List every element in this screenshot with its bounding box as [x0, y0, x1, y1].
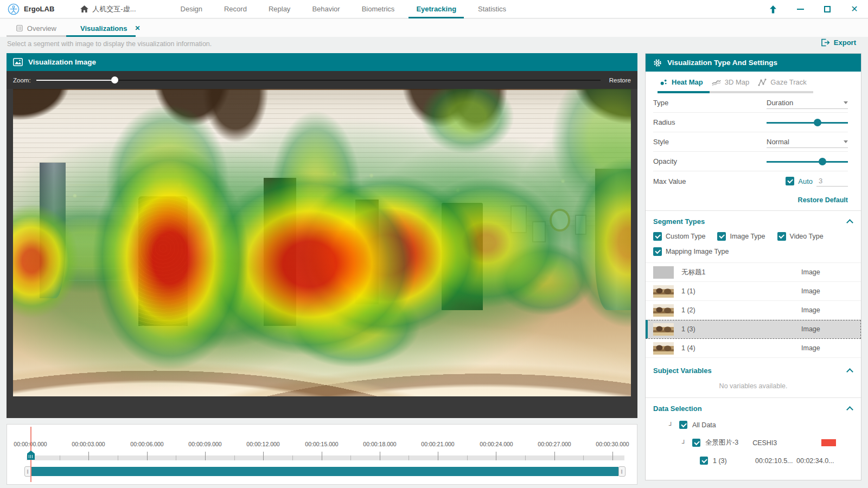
segment-types-title: Segment Types	[653, 217, 705, 226]
settings-header: Visualization Type And Settings	[646, 54, 861, 72]
tab-3d-map[interactable]: 3D Map	[710, 78, 756, 93]
data-selection-section[interactable]: Data Selection	[653, 404, 852, 413]
timeline-ruler[interactable]	[27, 452, 624, 460]
timeline-tick-label: 00:00:30.000	[596, 441, 629, 447]
tab-overview-label: Overview	[27, 24, 56, 33]
publish-button[interactable]	[760, 0, 787, 18]
menu-item-design[interactable]: Design	[170, 0, 213, 18]
all-data-checkbox[interactable]	[679, 421, 687, 429]
mapping-image-type-label: Mapping Image Type	[666, 248, 729, 255]
restore-default-button[interactable]: Restore Default	[798, 196, 848, 204]
timeline-range-scrollbar[interactable]: ∥ ∥	[24, 467, 626, 476]
segment-thumbnail	[653, 304, 674, 317]
maximize-button[interactable]	[814, 0, 841, 18]
menu-item-behavior[interactable]: Behavior	[301, 0, 350, 18]
radius-slider-thumb[interactable]	[814, 119, 821, 126]
timeline-tick-label: 00:00:27.000	[538, 441, 571, 447]
close-button[interactable]: ✕	[841, 0, 868, 18]
data-selection-tree: ┘ All Data ┘ 全景图片-3 CESHI3 1 (3) 00:02:1…	[646, 416, 861, 470]
export-button[interactable]: Export	[821, 38, 856, 47]
group-checkbox[interactable]	[692, 439, 700, 447]
segment-row-selected[interactable]: 1 (3) Image	[646, 320, 861, 339]
segment-types-section[interactable]: Segment Types	[653, 217, 852, 226]
leaf-end-time: 00:02:34.0...	[796, 457, 838, 465]
segment-row[interactable]: 1 (1) Image	[646, 282, 861, 301]
restore-zoom-button[interactable]: Restore	[609, 77, 631, 84]
leaf-label: 1 (3)	[713, 457, 755, 465]
zoom-slider[interactable]	[36, 76, 601, 84]
zoom-slider-track-filled	[36, 80, 116, 81]
opacity-slider[interactable]	[767, 157, 848, 166]
tab-overview[interactable]: Overview	[7, 20, 66, 37]
upload-arrow-icon	[769, 5, 777, 14]
auto-label: Auto	[798, 177, 813, 185]
menu-item-statistics[interactable]: Statistics	[467, 0, 517, 18]
chevron-up-icon[interactable]	[846, 406, 853, 413]
filter-image-type[interactable]: Image Type	[717, 232, 765, 241]
tab-heat-map[interactable]: Heat Map	[658, 78, 710, 93]
minimize-button[interactable]	[787, 0, 814, 18]
heat-map-icon	[660, 78, 668, 86]
chevron-up-icon[interactable]	[846, 219, 853, 226]
timeline-panel: 00:00:00.000 00:00:03.000 00:00:06.000 0…	[7, 424, 637, 485]
tab-gaze-track[interactable]: Gaze Track	[756, 78, 813, 93]
video-type-checkbox[interactable]	[777, 232, 786, 241]
filter-custom-type[interactable]: Custom Type	[653, 232, 705, 241]
timeline-tick-label: 00:00:15.000	[305, 441, 338, 447]
tab-close-icon[interactable]: ✕	[135, 24, 140, 32]
auto-checkbox[interactable]	[786, 177, 794, 185]
segment-row[interactable]: 1 (2) Image	[646, 301, 861, 320]
visualization-image-panel: Visualization Image Zoom: Restore	[7, 53, 637, 418]
project-tab[interactable]: 人机交互-虚...	[80, 4, 136, 14]
tree-expander-icon[interactable]: ┘	[667, 422, 675, 428]
segment-thumbnail	[653, 342, 674, 355]
tab-visualizations[interactable]: Visualizations ✕	[66, 20, 136, 37]
zoom-slider-thumb[interactable]	[111, 76, 118, 84]
style-dropdown[interactable]: Normal	[767, 136, 848, 148]
tab-visualizations-label: Visualizations	[80, 24, 127, 33]
field-radius: Radius	[653, 113, 848, 132]
filter-video-type[interactable]: Video Type	[777, 232, 824, 241]
tree-expander-icon[interactable]: ┘	[680, 440, 688, 446]
segment-row[interactable]: 无标题1 Image	[646, 263, 861, 282]
field-max-value: Max Value Auto 3	[653, 171, 848, 191]
type-dropdown[interactable]: Duration	[767, 97, 848, 109]
menu-item-record[interactable]: Record	[213, 0, 258, 18]
custom-type-checkbox[interactable]	[653, 232, 662, 241]
segment-type-filters-row1: Custom Type Image Type Video Type	[653, 232, 853, 241]
mapping-image-type-checkbox[interactable]	[653, 247, 662, 256]
segment-row[interactable]: 1 (4) Image	[646, 339, 861, 358]
panel-title: Visualization Image	[28, 58, 96, 66]
radius-slider[interactable]	[767, 118, 848, 127]
image-type-checkbox[interactable]	[717, 232, 726, 241]
gear-icon	[653, 59, 662, 67]
range-handle-right[interactable]: ∥	[618, 466, 626, 477]
max-value-input[interactable]: 3	[816, 176, 848, 187]
tree-row-group[interactable]: ┘ 全景图片-3 CESHI3	[646, 434, 861, 452]
type-label: Type	[653, 99, 668, 107]
data-selection-title: Data Selection	[653, 404, 702, 413]
panorama-heatmap-image[interactable]	[13, 89, 631, 396]
subject-variables-section[interactable]: Subject Variables	[653, 367, 852, 375]
tab-gaze-track-label: Gaze Track	[770, 78, 806, 86]
tree-row-all-data[interactable]: ┘ All Data	[646, 416, 861, 434]
menu-item-biometrics[interactable]: Biometrics	[351, 0, 406, 18]
viz-type-tabs: Heat Map 3D Map Gaze Track	[646, 72, 861, 93]
tree-row-leaf[interactable]: 1 (3) 00:02:10.5... 00:02:34.0...	[646, 452, 861, 470]
filter-mapping-image-type[interactable]: Mapping Image Type	[653, 247, 729, 256]
opacity-label: Opacity	[653, 157, 677, 165]
group-color-swatch[interactable]	[821, 439, 836, 446]
visualization-image-header: Visualization Image	[7, 53, 637, 71]
hint-text: Select a segment with image to display t…	[7, 40, 212, 48]
field-type: Type Duration	[653, 93, 848, 113]
settings-title: Visualization Type And Settings	[667, 59, 777, 67]
menu-item-eyetracking[interactable]: Eyetracking	[405, 0, 467, 18]
timeline-range-fill[interactable]	[31, 467, 618, 476]
timeline-major-ticks	[27, 452, 624, 460]
chevron-up-icon[interactable]	[846, 368, 853, 375]
custom-type-label: Custom Type	[666, 233, 705, 240]
opacity-slider-thumb[interactable]	[819, 158, 826, 165]
max-value-label: Max Value	[653, 177, 686, 185]
leaf-checkbox[interactable]	[700, 457, 708, 465]
menu-item-replay[interactable]: Replay	[258, 0, 301, 18]
